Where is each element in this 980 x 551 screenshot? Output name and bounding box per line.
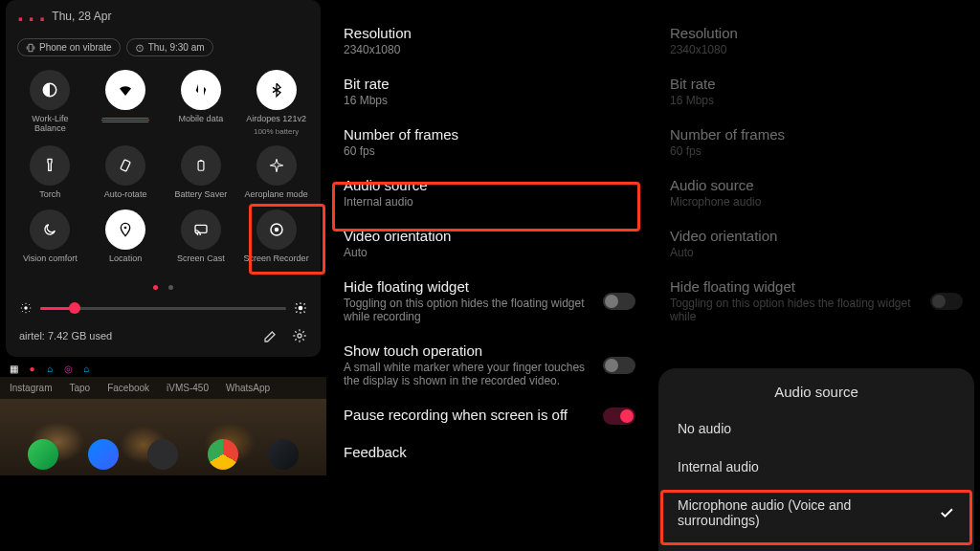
- setting-title: Video orientation: [670, 228, 963, 244]
- tile-label: Screen Recorder: [244, 253, 309, 263]
- tile-work-life-balance[interactable]: Work-Life Balance: [15, 70, 85, 136]
- tile-screen-recorder[interactable]: Screen Recorder: [241, 209, 311, 263]
- dialog-title: Audio source: [672, 384, 961, 400]
- settings-gear-icon[interactable]: [292, 328, 307, 343]
- page-dot-1: [153, 285, 158, 290]
- setting-title: Pause recording when screen is off: [344, 407, 593, 423]
- screen-recorder-settings-with-dialog: Resolution 2340x1080 Bit rate 16 Mbps Nu…: [653, 0, 980, 551]
- svg-rect-4: [200, 161, 202, 162]
- home-wallpaper: [0, 399, 326, 475]
- setting-title: Feedback: [344, 444, 635, 460]
- brightness-high-icon: [294, 301, 307, 315]
- check-icon: [938, 504, 955, 521]
- setting-hide-floating-widget[interactable]: Hide floating widget Toggling on this op…: [340, 269, 639, 333]
- setting-title: Video orientation: [344, 228, 635, 244]
- status-pills: Phone on vibrate Thu, 9:30 am: [13, 34, 313, 66]
- data-usage-text: airtel: 7.42 GB used: [19, 330, 112, 342]
- tile-label: Aeroplane mode: [245, 189, 308, 199]
- setting-title: Number of frames: [670, 126, 963, 143]
- setting-audio-source[interactable]: Audio source Internal audio: [340, 167, 639, 218]
- airplane-icon: [269, 158, 284, 173]
- cast-icon: [193, 222, 209, 237]
- tile-torch[interactable]: Torch: [15, 145, 85, 199]
- dock-folder-icon[interactable]: [147, 439, 178, 470]
- alarm-pill[interactable]: Thu, 9:30 am: [126, 38, 213, 56]
- tile-label: Vision comfort: [23, 253, 78, 263]
- vibrate-pill[interactable]: Phone on vibrate: [17, 38, 121, 56]
- setting-desc: Toggling on this option hides the floati…: [344, 297, 593, 323]
- setting-desc: A small white marker where your finger t…: [344, 361, 593, 387]
- setting-title: Audio source: [670, 177, 963, 193]
- home-app-icon-2: ⌂: [80, 363, 93, 375]
- setting-value: Internal audio: [344, 195, 635, 209]
- option-label: Internal audio: [678, 459, 759, 474]
- app-label[interactable]: Instagram: [10, 383, 52, 393]
- app-label[interactable]: iVMS-450: [167, 383, 209, 393]
- setting-show-touch[interactable]: Show touch operation A small white marke…: [340, 333, 639, 397]
- tile-screen-cast[interactable]: Screen Cast: [167, 209, 236, 263]
- page-indicator: [13, 271, 313, 296]
- tile-auto-rotate[interactable]: Auto-rotate: [91, 145, 161, 199]
- edit-tiles-icon[interactable]: [263, 328, 278, 343]
- setting-frames[interactable]: Number of frames 60 fps: [340, 117, 639, 167]
- dock-camera-icon[interactable]: [268, 439, 299, 470]
- setting-title: Audio source: [344, 177, 635, 193]
- tile-vision-comfort[interactable]: Vision comfort: [15, 209, 85, 263]
- balance-icon: [41, 81, 58, 99]
- setting-title: Resolution: [670, 25, 963, 41]
- clock-partial: · · ·: [17, 8, 44, 31]
- tile-label: Battery Saver: [175, 189, 228, 199]
- status-bar-icons: ▦ ● ⌂ ◎ ⌂: [0, 357, 326, 377]
- setting-title: Resolution: [344, 25, 635, 41]
- setting-feedback[interactable]: Feedback: [340, 434, 639, 472]
- dock-messages-icon[interactable]: [88, 439, 119, 470]
- tile-mobile-data[interactable]: Mobile data: [167, 70, 236, 136]
- alarm-icon: [135, 43, 145, 53]
- toggle-pause-on-off[interactable]: [603, 408, 635, 425]
- setting-value: Microphone audio: [670, 195, 963, 209]
- tile-bluetooth[interactable]: Airdopes 121v2 100% battery: [241, 70, 311, 136]
- option-label: Microphone audio (Voice and surroundings…: [678, 497, 907, 528]
- setting-frames: Number of frames 60 fps: [666, 117, 967, 167]
- tile-location[interactable]: Location: [91, 209, 161, 263]
- setting-title: Bit rate: [670, 76, 963, 92]
- option-label: No audio: [678, 421, 731, 436]
- rotate-icon: [118, 158, 133, 173]
- setting-value: 60 fps: [670, 144, 963, 158]
- torch-icon: [42, 158, 57, 173]
- setting-title: Hide floating widget: [344, 278, 593, 295]
- setting-value: 2340x1080: [344, 43, 635, 56]
- moon-icon: [42, 222, 57, 237]
- setting-title: Show touch operation: [344, 342, 593, 359]
- tile-aeroplane-mode[interactable]: Aeroplane mode: [241, 145, 311, 199]
- app-label[interactable]: Tapo: [69, 383, 90, 393]
- dialog-option-no-audio[interactable]: No audio: [672, 409, 961, 448]
- svg-point-11: [298, 334, 301, 338]
- tile-label: Location: [109, 253, 142, 263]
- tile-wifi[interactable]: [91, 70, 161, 136]
- setting-resolution[interactable]: Resolution 2340x1080: [340, 15, 639, 66]
- dock-phone-icon[interactable]: [28, 439, 58, 470]
- setting-video-orientation[interactable]: Video orientation Auto: [340, 218, 639, 269]
- dialog-option-internal-audio[interactable]: Internal audio: [672, 448, 961, 486]
- dock-chrome-icon[interactable]: [208, 439, 238, 470]
- tile-label: Airdopes 121v2: [246, 114, 306, 123]
- brightness-slider[interactable]: [40, 307, 286, 310]
- dialog-option-microphone-audio[interactable]: Microphone audio (Voice and surroundings…: [672, 486, 961, 540]
- app-label[interactable]: Facebook: [107, 383, 149, 393]
- qs-tile-grid: Work-Life Balance Mobile data Airdopes 1…: [13, 66, 313, 271]
- tile-label: Mobile data: [179, 114, 224, 123]
- setting-pause-on-off[interactable]: Pause recording when screen is off: [340, 397, 639, 434]
- toggle-show-touch[interactable]: [603, 357, 635, 374]
- tile-battery-saver[interactable]: Battery Saver: [167, 145, 236, 199]
- svg-point-8: [274, 227, 278, 231]
- setting-audio-source: Audio source Microphone audio: [666, 167, 967, 218]
- svg-rect-6: [195, 225, 207, 232]
- quick-settings-panel: · · · Thu, 28 Apr Phone on vibrate Thu, …: [0, 0, 326, 551]
- svg-point-10: [299, 306, 303, 311]
- toggle-hide-widget[interactable]: [603, 293, 635, 310]
- wifi-icon: [117, 81, 134, 99]
- app-label[interactable]: WhatsApp: [226, 383, 270, 393]
- setting-bit-rate[interactable]: Bit rate 16 Mbps: [340, 66, 639, 117]
- tile-label: Torch: [39, 189, 60, 199]
